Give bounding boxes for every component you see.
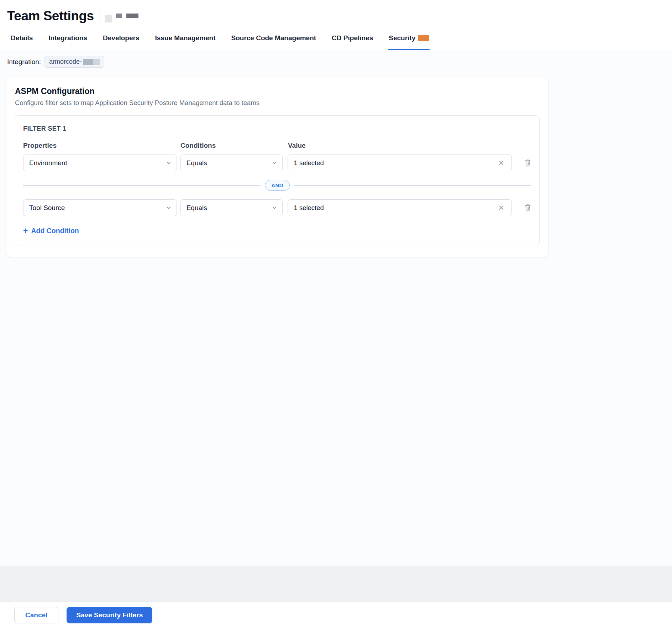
tab-security-label: Security (389, 34, 415, 42)
filter-set-title: FILTER SET 1 (23, 125, 531, 132)
filter-column-headers: Properties Conditions Value (23, 142, 531, 150)
value-multiselect-text: 1 selected (294, 159, 324, 167)
filter-row: Environment Equals 1 selected ✕ (23, 155, 531, 171)
property-select-value: Tool Source (29, 204, 65, 212)
tab-security[interactable]: Security (388, 28, 430, 50)
redacted-block (105, 15, 112, 22)
page-title: Team Settings (7, 9, 94, 23)
condition-select-value: Equals (187, 204, 207, 212)
property-select-value: Environment (29, 159, 67, 167)
tab-developers[interactable]: Developers (102, 28, 140, 50)
save-security-filters-button[interactable]: Save Security Filters (67, 607, 152, 623)
tab-source-code-management[interactable]: Source Code Management (231, 28, 317, 50)
value-multiselect-text: 1 selected (294, 204, 324, 212)
trash-icon[interactable] (524, 159, 531, 167)
aspm-configuration-card: ASPM Configuration Configure filter sets… (6, 77, 548, 257)
redacted-block (126, 14, 138, 18)
redacted-header-blocks (100, 9, 138, 23)
filter-row: Tool Source Equals 1 selected ✕ (23, 199, 531, 216)
bottom-strip (0, 566, 672, 602)
property-select[interactable]: Tool Source (23, 199, 177, 216)
integration-chip-text: armorcode- (49, 58, 82, 66)
value-multiselect[interactable]: 1 selected ✕ (288, 199, 512, 216)
trash-icon[interactable] (524, 204, 531, 212)
condition-select[interactable]: Equals (180, 199, 283, 216)
filter-set-1: FILTER SET 1 Properties Conditions Value… (15, 115, 540, 246)
divider (100, 10, 100, 22)
condition-select-value: Equals (187, 159, 207, 167)
properties-column-header: Properties (23, 142, 180, 150)
redacted-block (116, 14, 122, 18)
clear-icon[interactable]: ✕ (497, 158, 506, 167)
add-condition-button[interactable]: + Add Condition (23, 227, 79, 235)
tab-cd-pipelines[interactable]: CD Pipelines (331, 28, 374, 50)
tab-issue-management[interactable]: Issue Management (154, 28, 216, 50)
integration-label: Integration: (7, 58, 41, 66)
chevron-down-icon (272, 160, 277, 166)
chevron-down-icon (166, 160, 172, 166)
and-operator-pill: AND (265, 180, 289, 191)
page-header: Team Settings Details Integrations Devel… (0, 0, 672, 50)
value-multiselect[interactable]: 1 selected ✕ (288, 155, 512, 171)
and-divider: AND (23, 180, 531, 191)
condition-select[interactable]: Equals (180, 155, 283, 171)
tab-details[interactable]: Details (10, 28, 33, 50)
redacted-text (83, 59, 100, 65)
add-condition-label: Add Condition (31, 227, 79, 235)
divider-line (23, 185, 261, 185)
integration-chip: armorcode- (44, 56, 104, 68)
tab-bar: Details Integrations Developers Issue Ma… (0, 28, 672, 50)
main-content: Integration: armorcode- ASPM Configurati… (0, 50, 672, 566)
integration-row: Integration: armorcode- (0, 50, 672, 73)
aspm-title: ASPM Configuration (15, 87, 540, 96)
chevron-down-icon (166, 205, 172, 211)
conditions-column-header: Conditions (180, 142, 288, 150)
redacted-badge (418, 35, 429, 41)
value-column-header: Value (288, 142, 531, 150)
divider-line (294, 185, 531, 185)
cancel-button[interactable]: Cancel (14, 607, 58, 623)
plus-icon: + (23, 227, 28, 235)
property-select[interactable]: Environment (23, 155, 177, 171)
tab-integrations[interactable]: Integrations (48, 28, 88, 50)
footer-action-bar: Cancel Save Security Filters (0, 602, 672, 628)
aspm-subtitle: Configure filter sets to map Application… (15, 99, 540, 107)
clear-icon[interactable]: ✕ (497, 203, 506, 212)
chevron-down-icon (272, 205, 277, 211)
